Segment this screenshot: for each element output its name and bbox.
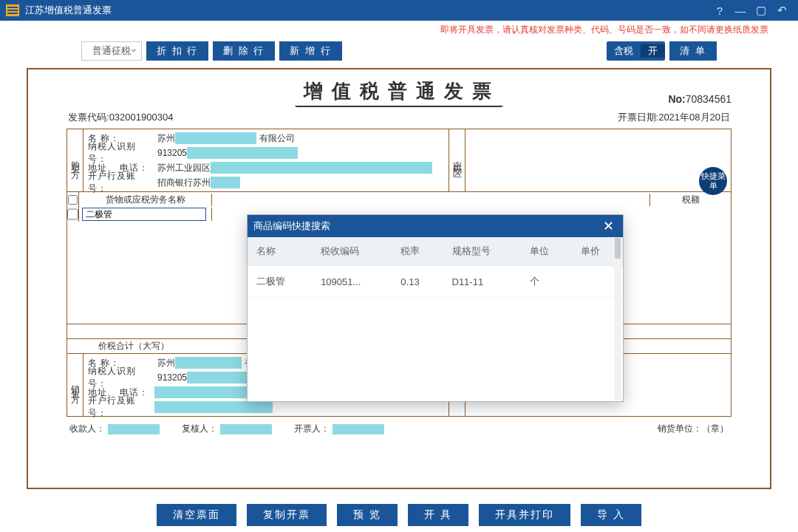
issuer-field[interactable]: 开票人： bbox=[294, 423, 384, 435]
import-button[interactable]: 导 入 bbox=[581, 504, 641, 526]
buyer-block: 购买方 名 称： 苏州 有限公司 纳税人识别号： 913205 bbox=[66, 129, 732, 192]
seller-stamp: 销货单位：（章） bbox=[658, 423, 729, 435]
minimize-icon[interactable]: — bbox=[730, 4, 751, 17]
help-icon[interactable]: ? bbox=[709, 4, 730, 17]
titlebar: 江苏增值税普通发票 ? — ▢ ↶ bbox=[0, 0, 798, 21]
issue-button[interactable]: 开 具 bbox=[408, 504, 468, 526]
password-area-label: 密码区 bbox=[449, 129, 465, 191]
maximize-icon[interactable]: ▢ bbox=[751, 4, 771, 17]
buyer-taxid-field[interactable]: 纳税人识别号： 913205 bbox=[88, 146, 444, 160]
payee-field[interactable]: 收款人： bbox=[69, 423, 160, 435]
password-area bbox=[465, 129, 731, 191]
select-all-checkbox[interactable] bbox=[67, 192, 79, 207]
signature-row: 收款人： 复核人： 开票人： 销货单位：（章） bbox=[66, 423, 732, 435]
col-name: 名称 bbox=[248, 237, 312, 266]
col-spec: 规格型号 bbox=[443, 237, 521, 266]
tax-mode-select[interactable]: 普通征税 bbox=[81, 41, 142, 61]
toolbar: 普通征税 折 扣 行 删 除 行 新 增 行 含税开 清 单 bbox=[0, 37, 798, 68]
preview-button[interactable]: 预 览 bbox=[337, 504, 398, 526]
reviewer-field[interactable]: 复核人： bbox=[182, 423, 272, 435]
add-row-button[interactable]: 新 增 行 bbox=[279, 41, 341, 61]
delete-row-button[interactable]: 删 除 行 bbox=[213, 41, 275, 61]
col-tax: 税额 bbox=[649, 194, 731, 206]
tax-inclusive-toggle[interactable]: 含税开 bbox=[607, 41, 665, 61]
table-row[interactable]: 二极管 109051... 0.13 D11-11 个 bbox=[248, 266, 623, 298]
seller-section-label: 销售方 bbox=[67, 354, 83, 416]
invoice-number: No:70834561 bbox=[668, 93, 732, 105]
warning-banner: 即将开具发票，请认真核对发票种类、代码、号码是否一致，如不同请更换纸质发票 bbox=[0, 21, 798, 37]
clear-button[interactable]: 清空票面 bbox=[157, 504, 236, 526]
invoice-date: 开票日期:2021年08月20日 bbox=[618, 111, 730, 124]
seller-bank-field[interactable]: 开户行及账号： bbox=[88, 400, 444, 415]
product-result-table: 名称 税收编码 税率 规格型号 单位 单价 二极管 109051... 0.13… bbox=[248, 237, 623, 298]
invoice-code: 发票代码:032001900304 bbox=[68, 111, 173, 124]
discount-row-button[interactable]: 折 扣 行 bbox=[146, 41, 208, 61]
row-checkbox[interactable] bbox=[67, 207, 79, 222]
issue-print-button[interactable]: 开具并打印 bbox=[479, 504, 570, 526]
col-rate: 税率 bbox=[392, 237, 443, 266]
window-title: 江苏增值税普通发票 bbox=[25, 4, 112, 17]
action-bar: 清空票面 复制开票 预 览 开 具 开具并打印 导 入 bbox=[0, 504, 798, 526]
product-search-modal: 商品编码快捷搜索 ✕ 名称 税收编码 税率 规格型号 单位 单价 二极管 109… bbox=[247, 214, 624, 402]
col-code: 税收编码 bbox=[312, 237, 392, 266]
quick-menu-button[interactable]: 快捷菜单 bbox=[699, 167, 727, 195]
list-button[interactable]: 清 单 bbox=[669, 41, 717, 61]
close-icon[interactable]: ✕ bbox=[599, 218, 617, 234]
copy-issue-button[interactable]: 复制开票 bbox=[247, 504, 327, 526]
modal-scrollbar[interactable] bbox=[614, 237, 621, 400]
goods-name-input[interactable] bbox=[82, 208, 206, 221]
col-goods: 货物或应税劳务名称 bbox=[79, 194, 212, 206]
col-unit: 单位 bbox=[521, 237, 572, 266]
buyer-bank-field[interactable]: 开户行及账号： 招商银行苏州 bbox=[88, 175, 444, 190]
invoice-title: 增值税普通发票 bbox=[295, 78, 503, 106]
buyer-section-label: 购买方 bbox=[67, 129, 83, 191]
app-logo-icon bbox=[6, 4, 19, 16]
modal-title: 商品编码快捷搜索 bbox=[253, 219, 330, 233]
back-icon[interactable]: ↶ bbox=[771, 4, 792, 17]
